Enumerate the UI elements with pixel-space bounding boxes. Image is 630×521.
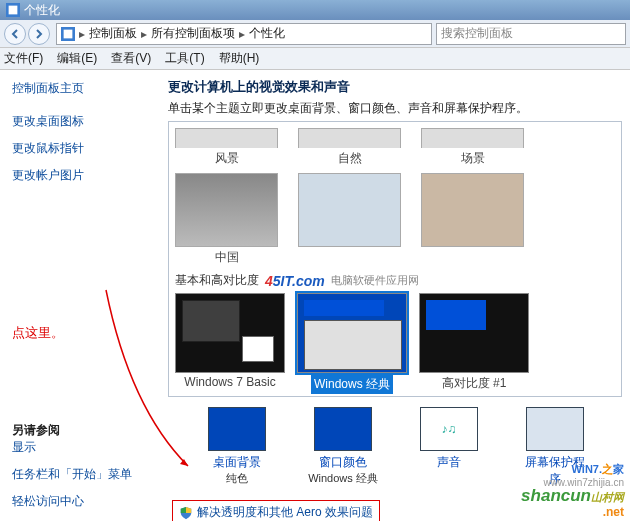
- search-placeholder: 搜索控制面板: [441, 25, 513, 42]
- forward-button[interactable]: [28, 23, 50, 45]
- chevron-right-icon: ▸: [141, 27, 147, 41]
- watermarks: WiN7.之家 www.win7zhijia.cn shancun山村网.net: [521, 463, 624, 519]
- chevron-right-icon: ▸: [239, 27, 245, 41]
- option-sublabel: Windows 经典: [308, 471, 378, 486]
- theme-windows-classic[interactable]: 电脑维修技术 网 Windows 经典: [297, 293, 407, 394]
- main-panel: 更改计算机上的视觉效果和声音 单击某个主题立即更改桌面背景、窗口颜色、声音和屏幕…: [160, 70, 630, 521]
- theme-label: Windows 经典: [311, 375, 393, 394]
- menu-edit[interactable]: 编辑(E): [57, 50, 97, 67]
- menu-bar: 文件(F) 编辑(E) 查看(V) 工具(T) 帮助(H): [0, 48, 630, 70]
- personalize-icon: [61, 27, 75, 41]
- theme-unnamed[interactable]: [298, 173, 401, 266]
- chevron-right-icon: ▸: [79, 27, 85, 41]
- basic-section-label: 基本和高对比度 45IT.com 电脑软硬件应用网: [175, 272, 615, 289]
- seealso-heading: 另请参阅: [12, 422, 148, 439]
- overlay-text: 电脑维修技术 网: [298, 333, 406, 350]
- theme-label: 风景: [175, 150, 278, 167]
- theme-nature[interactable]: 自然: [298, 128, 401, 167]
- option-desktop-background[interactable]: 桌面背景 纯色: [202, 407, 272, 488]
- page-heading: 更改计算机上的视觉效果和声音: [168, 78, 622, 96]
- menu-view[interactable]: 查看(V): [111, 50, 151, 67]
- personalize-icon: [6, 3, 20, 17]
- sidebar: 控制面板主页 更改桌面图标 更改鼠标指针 更改帐户图片 点这里。 另请参阅 显示…: [0, 70, 160, 521]
- theme-high-contrast-1[interactable]: 高对比度 #1: [419, 293, 529, 394]
- theme-label: Windows 7 Basic: [175, 375, 285, 389]
- menu-file[interactable]: 文件(F): [4, 50, 43, 67]
- theme-unnamed[interactable]: [421, 173, 524, 266]
- link-display[interactable]: 显示: [12, 439, 148, 456]
- back-button[interactable]: [4, 23, 26, 45]
- option-label: 窗口颜色: [308, 454, 378, 471]
- search-input[interactable]: 搜索控制面板: [436, 23, 626, 45]
- title-bar: 个性化: [0, 0, 630, 20]
- breadcrumb-2[interactable]: 所有控制面板项: [151, 25, 235, 42]
- watermark-win7: WiN7.之家: [521, 463, 624, 476]
- theme-gallery: 风景 自然 场景 中国 基本和高对比度 45IT.com 电脑软硬件应用网: [168, 121, 622, 397]
- svg-rect-1: [9, 6, 18, 15]
- link-taskbar-start[interactable]: 任务栏和「开始」菜单: [12, 466, 148, 483]
- watermark-shancun: shancun山村网.net: [521, 489, 624, 519]
- theme-win7-basic[interactable]: Windows 7 Basic: [175, 293, 285, 394]
- troubleshoot-label: 解决透明度和其他 Aero 效果问题: [197, 504, 373, 521]
- theme-label: 场景: [421, 150, 524, 167]
- option-label: 桌面背景: [202, 454, 272, 471]
- nav-bar: ▸ 控制面板 ▸ 所有控制面板项 ▸ 个性化 搜索控制面板: [0, 20, 630, 48]
- back-arrow-icon: [10, 29, 20, 39]
- breadcrumb-3[interactable]: 个性化: [249, 25, 285, 42]
- breadcrumb-1[interactable]: 控制面板: [89, 25, 137, 42]
- link-cp-home[interactable]: 控制面板主页: [12, 80, 148, 97]
- theme-scenes[interactable]: 场景: [421, 128, 524, 167]
- forward-arrow-icon: [34, 29, 44, 39]
- shield-icon: [179, 506, 193, 520]
- option-sounds[interactable]: ♪♫ 声音: [414, 407, 484, 488]
- link-ease-access[interactable]: 轻松访问中心: [12, 493, 148, 510]
- link-desktop-icons[interactable]: 更改桌面图标: [12, 113, 148, 130]
- aero-troubleshoot-link[interactable]: 解决透明度和其他 Aero 效果问题: [172, 500, 380, 521]
- annotation-hint: 点这里。: [12, 324, 148, 342]
- link-mouse-pointer[interactable]: 更改鼠标指针: [12, 140, 148, 157]
- option-window-color[interactable]: 窗口颜色 Windows 经典: [308, 407, 378, 488]
- address-bar[interactable]: ▸ 控制面板 ▸ 所有控制面板项 ▸ 个性化: [56, 23, 432, 45]
- page-subtitle: 单击某个主题立即更改桌面背景、窗口颜色、声音和屏幕保护程序。: [168, 100, 622, 117]
- option-label: 声音: [414, 454, 484, 471]
- theme-china[interactable]: 中国: [175, 173, 278, 266]
- theme-label: 高对比度 #1: [419, 375, 529, 392]
- theme-landscape[interactable]: 风景: [175, 128, 278, 167]
- theme-label: 中国: [175, 249, 278, 266]
- svg-rect-3: [64, 29, 73, 38]
- watermark-45it: 45IT.com: [265, 273, 325, 289]
- menu-help[interactable]: 帮助(H): [219, 50, 260, 67]
- window-title: 个性化: [24, 2, 60, 19]
- watermark-45it-sub: 电脑软硬件应用网: [331, 273, 419, 288]
- menu-tools[interactable]: 工具(T): [165, 50, 204, 67]
- link-account-picture[interactable]: 更改帐户图片: [12, 167, 148, 184]
- theme-label: 自然: [298, 150, 401, 167]
- option-sublabel: 纯色: [202, 471, 272, 486]
